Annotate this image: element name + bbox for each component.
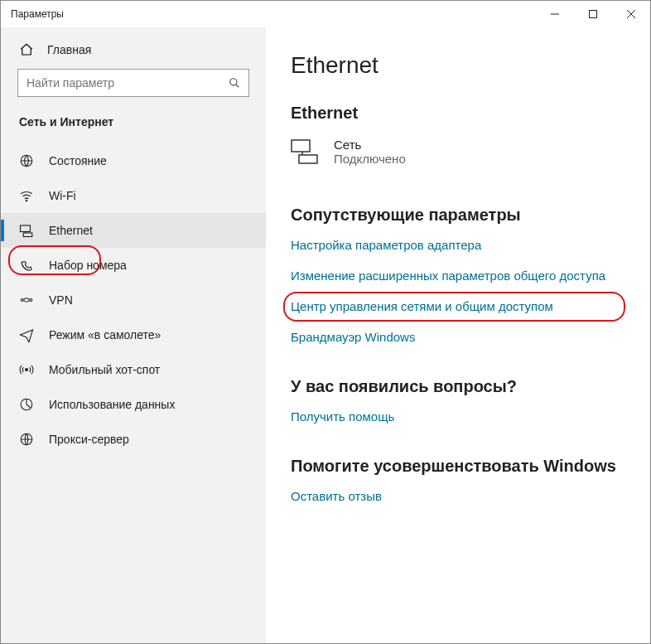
sidebar-item-label: Мобильный хот-спот — [49, 363, 160, 376]
sidebar-item-label: Прокси-сервер — [49, 433, 129, 446]
svg-rect-1 — [590, 11, 597, 18]
window-controls — [536, 1, 650, 27]
network-name: Сеть — [334, 138, 406, 152]
main-content: Ethernet Ethernet Сеть Подключено Сопутс… — [266, 27, 650, 643]
network-entry[interactable]: Сеть Подключено — [291, 138, 650, 166]
link-windows-firewall[interactable]: Брандмауэр Windows — [291, 330, 650, 344]
related-params-title: Сопутствующие параметры — [291, 206, 650, 225]
link-network-sharing-center[interactable]: Центр управления сетями и общим доступом — [291, 299, 650, 313]
sidebar-item-label: VPN — [49, 293, 73, 307]
wifi-icon — [19, 188, 34, 203]
link-sharing-settings[interactable]: Изменение расширенных параметров общего … — [291, 269, 650, 283]
sidebar-item-airplane[interactable]: Режим «в самолете» — [1, 317, 266, 352]
close-button[interactable] — [612, 1, 650, 27]
search-input[interactable] — [17, 69, 249, 97]
sidebar-section-title: Сеть и Интернет — [1, 115, 266, 128]
link-adapter-settings[interactable]: Настройка параметров адаптера — [291, 238, 650, 252]
hotspot-icon — [19, 362, 34, 377]
questions-title: У вас появились вопросы? — [291, 377, 650, 396]
svg-point-12 — [30, 299, 32, 302]
minimize-button[interactable] — [536, 1, 574, 27]
sidebar-item-wifi[interactable]: Wi-Fi — [1, 178, 266, 213]
datausage-icon — [19, 397, 34, 412]
svg-point-4 — [230, 79, 237, 85]
svg-rect-8 — [21, 225, 31, 232]
sidebar: Главная Сеть и Интернет Состояние Wi-Fi — [1, 27, 266, 643]
search-field[interactable] — [27, 76, 229, 90]
proxy-icon — [19, 432, 34, 447]
svg-rect-9 — [23, 233, 32, 237]
sidebar-item-label: Ethernet — [49, 224, 93, 237]
sidebar-item-label: Состояние — [49, 154, 107, 167]
nav-home[interactable]: Главная — [1, 42, 266, 57]
airplane-icon — [19, 327, 34, 342]
sidebar-item-ethernet[interactable]: Ethernet — [1, 213, 266, 248]
ethernet-icon — [19, 223, 34, 238]
sidebar-item-vpn[interactable]: VPN — [1, 283, 266, 317]
svg-rect-17 — [299, 155, 317, 163]
svg-line-5 — [236, 85, 239, 88]
link-get-help[interactable]: Получить помощь — [291, 409, 650, 424]
sidebar-item-status[interactable]: Состояние — [1, 143, 266, 178]
search-icon — [229, 77, 240, 89]
home-icon — [19, 42, 34, 57]
sub-title: Ethernet — [291, 104, 650, 123]
svg-rect-16 — [292, 140, 310, 152]
link-feedback[interactable]: Оставить отзыв — [291, 489, 650, 503]
page-title: Ethernet — [291, 52, 650, 79]
maximize-button[interactable] — [574, 1, 612, 27]
svg-point-11 — [21, 299, 23, 302]
sidebar-item-proxy[interactable]: Прокси-сервер — [1, 422, 266, 457]
svg-point-7 — [26, 200, 27, 201]
nav-home-label: Главная — [47, 43, 91, 56]
sidebar-item-dialup[interactable]: Набор номера — [1, 248, 266, 283]
sidebar-item-label: Набор номера — [49, 259, 127, 272]
status-icon — [19, 153, 34, 168]
network-status: Подключено — [334, 152, 406, 166]
network-icon — [291, 139, 319, 164]
svg-point-13 — [26, 369, 28, 371]
window-title: Параметры — [11, 8, 64, 20]
sidebar-item-datausage[interactable]: Использование данных — [1, 387, 266, 422]
sidebar-item-label: Использование данных — [49, 398, 175, 411]
titlebar: Параметры — [1, 1, 650, 27]
dialup-icon — [19, 258, 34, 273]
sidebar-item-hotspot[interactable]: Мобильный хот-спот — [1, 352, 266, 387]
sidebar-item-label: Режим «в самолете» — [49, 328, 161, 341]
vpn-icon — [19, 293, 34, 307]
improve-title: Помогите усовершенствовать Windows — [291, 457, 650, 476]
sidebar-item-label: Wi-Fi — [49, 189, 76, 202]
